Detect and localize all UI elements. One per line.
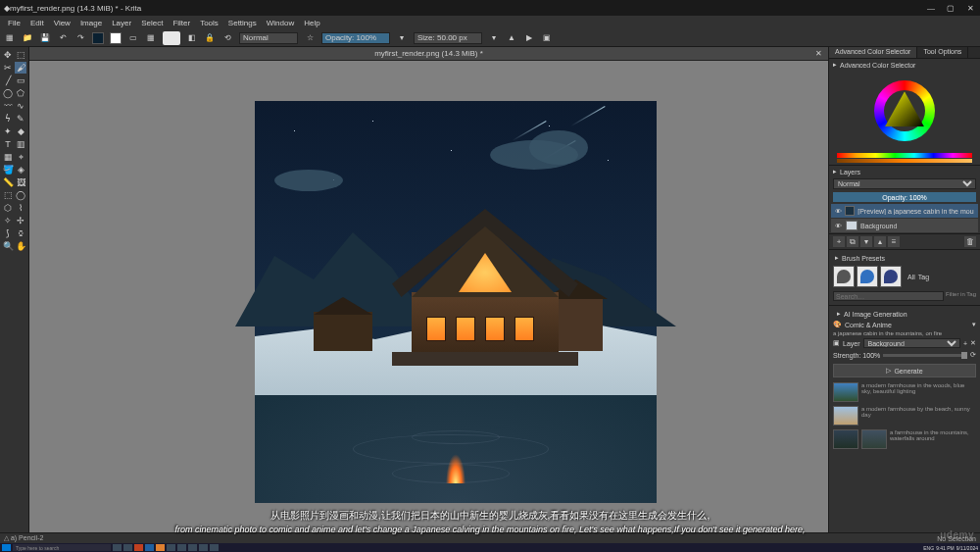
undo-icon[interactable]: ↶ <box>57 32 69 44</box>
brush-all-label[interactable]: All <box>907 274 915 280</box>
menu-tools[interactable]: Tools <box>196 19 222 27</box>
save-doc-icon[interactable]: 💾 <box>39 32 51 44</box>
taskbar-app[interactable] <box>167 544 175 551</box>
polyline-tool[interactable]: 〰 <box>2 100 14 112</box>
ai-history-item[interactable]: a modern farmhouse by the beach, sunny d… <box>833 404 976 427</box>
layer-opacity-slider[interactable]: Opacity: 100% <box>833 192 976 202</box>
mirror-v-icon[interactable]: ▶ <box>523 32 535 44</box>
layer-item-background[interactable]: 👁 Background <box>831 219 978 232</box>
menu-settings[interactable]: Settings <box>224 19 261 27</box>
add-layer-button[interactable]: + <box>833 236 845 247</box>
brush-preset[interactable] <box>880 266 902 287</box>
taskbar-app[interactable] <box>123 544 132 551</box>
brush-preset[interactable] <box>833 266 855 287</box>
ai-prompt-text[interactable]: a japanese cabin in the mountains, on fi… <box>833 329 976 337</box>
shade-slider[interactable] <box>837 159 972 164</box>
fill-tool[interactable]: 🪣 <box>2 164 14 176</box>
polygon-tool[interactable]: ⬠ <box>15 87 26 99</box>
move-down-button[interactable]: ▾ <box>860 236 872 247</box>
contig-select-tool[interactable]: ✧ <box>2 215 14 226</box>
minimize-button[interactable]: — <box>925 4 937 13</box>
ai-style-label[interactable]: Comic & Anime <box>845 322 892 328</box>
blend-mode-select[interactable]: Normal <box>239 32 298 44</box>
brush-preset-icon[interactable] <box>163 31 180 45</box>
taskbar-tray[interactable]: ENG 9:41 PM 9/11/2024 <box>923 545 978 551</box>
taskbar-search[interactable]: Type here to search <box>13 544 111 551</box>
brush-tag-label[interactable]: Tag <box>918 274 929 280</box>
poly-select-tool[interactable]: ⬡ <box>2 202 14 214</box>
move-up-button[interactable]: ▴ <box>874 236 886 247</box>
redo-icon[interactable]: ↷ <box>74 32 86 44</box>
tab-color-selector[interactable]: Advanced Color Selector <box>829 47 917 58</box>
tab-tool-options[interactable]: Tool Options <box>917 47 968 58</box>
menu-file[interactable]: File <box>4 19 24 27</box>
expand-icon[interactable]: ▸ <box>835 254 839 262</box>
expand-icon[interactable]: ▸ <box>837 310 841 318</box>
freehand-tool[interactable]: ϟ <box>2 113 14 125</box>
free-select-tool[interactable]: ⌇ <box>15 202 26 214</box>
gradient-icon[interactable]: ▭ <box>127 32 139 44</box>
color-sliders[interactable] <box>829 151 980 165</box>
taskbar-app[interactable] <box>210 544 219 551</box>
alpha-lock-icon[interactable]: 🔒 <box>204 32 216 44</box>
pattern-icon[interactable]: ▦ <box>145 32 157 44</box>
maximize-button[interactable]: ▢ <box>945 4 956 13</box>
style-dropdown-icon[interactable]: ▾ <box>972 321 976 328</box>
taskbar-app[interactable] <box>177 544 186 551</box>
menu-edit[interactable]: Edit <box>26 19 48 27</box>
opacity-dropdown-icon[interactable]: ▾ <box>396 32 408 44</box>
bezier-select-tool[interactable]: ⟆ <box>2 227 14 239</box>
menu-filter[interactable]: Filter <box>169 19 194 27</box>
pan-tool[interactable]: ✋ <box>15 240 26 252</box>
menu-window[interactable]: Window <box>263 19 298 27</box>
brush-filter-label[interactable]: Filter in Tag <box>946 291 976 301</box>
taskbar-app[interactable] <box>145 544 154 551</box>
generate-button[interactable]: ▷ Generate <box>833 364 976 377</box>
move-tool[interactable]: ✥ <box>2 49 14 61</box>
visibility-icon[interactable]: 👁 <box>835 208 842 215</box>
crop-tool[interactable]: ✂ <box>2 62 14 74</box>
line-tool[interactable]: ╱ <box>2 75 14 86</box>
measure-tool[interactable]: 📏 <box>2 176 14 188</box>
expand-icon[interactable]: ▸ <box>833 61 837 69</box>
taskbar-app[interactable] <box>156 544 165 551</box>
expand-icon[interactable]: ▸ <box>833 168 837 176</box>
delete-layer-button[interactable]: 🗑 <box>964 236 976 247</box>
mirror-h-icon[interactable]: ▲ <box>506 32 517 44</box>
wrap-icon[interactable]: ▣ <box>541 32 553 44</box>
opacity-field[interactable]: Opacity: 100% <box>321 32 390 44</box>
brush-preset[interactable] <box>857 266 878 287</box>
blend-fav-icon[interactable]: ☆ <box>304 32 316 44</box>
open-doc-icon[interactable]: 📁 <box>22 32 33 44</box>
ai-strength-slider[interactable] <box>883 354 967 357</box>
duplicate-layer-button[interactable]: ⧉ <box>847 236 858 247</box>
taskbar-app[interactable] <box>134 544 143 551</box>
start-button[interactable] <box>2 544 11 551</box>
assistant-tool[interactable]: ◈ <box>15 164 26 176</box>
rect-tool[interactable]: ▭ <box>15 75 26 86</box>
tray-lang[interactable]: ENG <box>923 545 934 551</box>
text-tool[interactable]: T <box>2 138 14 150</box>
layer-menu-button[interactable]: ≡ <box>888 236 900 247</box>
reference-tool[interactable]: 🖼 <box>15 176 26 188</box>
reload-brush-icon[interactable]: ⟲ <box>221 32 233 44</box>
magnetic-select-tool[interactable]: ⧲ <box>15 227 26 239</box>
eraser-toggle-icon[interactable]: ◧ <box>186 32 198 44</box>
size-dropdown-icon[interactable]: ▾ <box>488 32 500 44</box>
dynamic-tool[interactable]: ✎ <box>15 113 26 125</box>
brush-search-input[interactable] <box>833 291 944 301</box>
edit-shape-tool[interactable]: ◆ <box>15 125 26 137</box>
pattern-tool[interactable]: ▦ <box>2 151 14 163</box>
visibility-icon[interactable]: 👁 <box>835 223 843 229</box>
color-wheel[interactable] <box>829 71 980 151</box>
fg-color-swatch[interactable] <box>92 32 104 44</box>
transform-tool[interactable]: ⬚ <box>15 49 26 61</box>
zoom-tool[interactable]: 🔍 <box>2 240 14 252</box>
bezier-tool[interactable]: ∿ <box>15 100 26 112</box>
ai-history-item[interactable]: a farmhouse in the mountains, waterfalls… <box>833 427 976 451</box>
taskbar-app[interactable] <box>188 544 197 551</box>
taskbar-app[interactable] <box>113 544 122 551</box>
size-field[interactable]: Size: 50.00 px <box>414 32 482 44</box>
ellipse-select-tool[interactable]: ◯ <box>15 189 26 201</box>
layer-blend-select[interactable]: Normal <box>833 178 976 189</box>
